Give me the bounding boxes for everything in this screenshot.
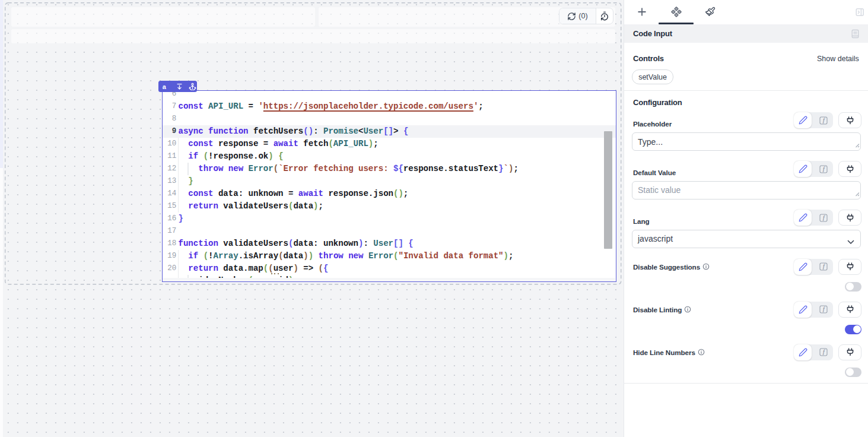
svg-text:f: f (823, 348, 826, 355)
svg-text:f: f (823, 305, 826, 312)
svg-text:f: f (823, 116, 826, 124)
svg-text:f: f (823, 214, 826, 221)
svg-text:f: f (823, 165, 826, 172)
svg-text:f: f (823, 262, 826, 270)
